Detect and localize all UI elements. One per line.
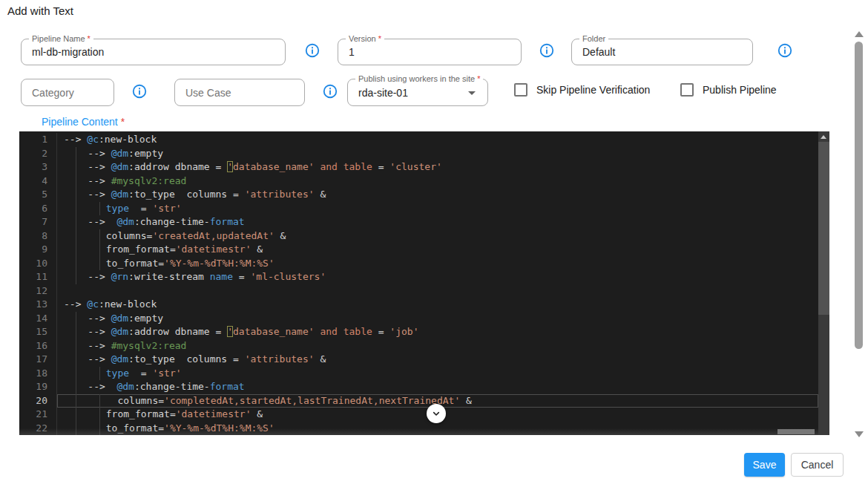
- editor-horizontal-scrollbar-thumb[interactable]: [777, 429, 815, 434]
- page-scroll-down-arrow-icon[interactable]: [855, 431, 864, 437]
- code-line[interactable]: 19 --> @dm:change-time-format: [19, 380, 818, 394]
- site-select-value[interactable]: rda-site-01: [358, 79, 480, 105]
- line-number: 22: [19, 422, 56, 436]
- line-number: 16: [19, 339, 56, 353]
- pipeline-content-label: Pipeline Content *: [42, 116, 125, 128]
- line-number: 8: [19, 229, 56, 244]
- line-number: 21: [19, 408, 56, 422]
- code-line[interactable]: 2 --> @dm:empty: [19, 147, 818, 161]
- code-line[interactable]: 15 --> @dm:addrow dbname = 'database_nam…: [19, 325, 818, 339]
- skip-verification-checkbox-row[interactable]: Skip Pipeline Verification: [514, 83, 650, 97]
- code-line[interactable]: 4 --> #mysqlv2:read: [19, 174, 818, 189]
- version-value[interactable]: 1: [349, 39, 513, 65]
- code-line[interactable]: 14 --> @dm:empty: [19, 312, 818, 326]
- publish-pipeline-checkbox-row[interactable]: Publish Pipeline: [680, 83, 777, 97]
- chevron-down-icon[interactable]: [468, 91, 476, 95]
- info-icon-version[interactable]: [539, 42, 555, 59]
- version-field[interactable]: Version * 1: [338, 39, 522, 65]
- code-line[interactable]: 10 to_format='%Y-%m-%dT%H:%M:%S': [19, 257, 818, 271]
- code-line[interactable]: 9 from_format='datetimestr' &: [19, 243, 818, 257]
- line-number: 1: [19, 133, 56, 147]
- page-title: Add with Text: [7, 4, 73, 17]
- required-asterisk: *: [121, 116, 125, 128]
- line-number: 11: [19, 270, 56, 284]
- code-line[interactable]: 11 --> @rn:write-stream name = 'ml-clust…: [19, 270, 818, 284]
- code-line[interactable]: 6 type = 'str': [19, 202, 818, 216]
- code-line[interactable]: 5 --> @dm:to_type columns = 'attributes'…: [19, 188, 818, 202]
- code-line[interactable]: 7 --> @dm:change-time-format: [19, 215, 818, 229]
- editor-scrollbar-thumb[interactable]: [818, 142, 829, 315]
- editor-vertical-scrollbar[interactable]: [818, 131, 829, 435]
- skip-verification-checkbox[interactable]: [514, 83, 527, 97]
- line-number: 19: [19, 380, 56, 394]
- folder-value[interactable]: Default: [582, 39, 745, 65]
- line-number: 15: [19, 325, 56, 339]
- line-number: 9: [19, 243, 56, 257]
- use-case-field[interactable]: Use Case: [174, 79, 305, 106]
- chevron-down-icon: [430, 408, 442, 419]
- line-number: 2: [19, 147, 56, 161]
- publish-pipeline-label: Publish Pipeline: [703, 84, 777, 96]
- use-case-placeholder[interactable]: Use Case: [185, 79, 297, 105]
- scroll-up-arrow-icon[interactable]: [821, 135, 826, 139]
- category-placeholder[interactable]: Category: [32, 79, 106, 105]
- line-number: 14: [19, 312, 56, 326]
- folder-field[interactable]: Folder Default: [571, 39, 753, 65]
- scroll-down-button[interactable]: [427, 404, 446, 423]
- info-icon-folder[interactable]: [777, 42, 793, 59]
- line-number: 17: [19, 353, 56, 367]
- category-field[interactable]: Category: [21, 79, 114, 106]
- code-lines[interactable]: 1--> @c:new-block2 --> @dm:empty3 --> @d…: [19, 133, 818, 435]
- code-line[interactable]: 3 --> @dm:addrow dbname = 'database_name…: [19, 160, 818, 174]
- skip-verification-label: Skip Pipeline Verification: [536, 84, 650, 96]
- code-line[interactable]: 13--> @c:new-block: [19, 298, 818, 312]
- code-line[interactable]: 21 from_format='datetimestr' &: [19, 408, 818, 422]
- info-icon-category[interactable]: [131, 83, 148, 99]
- site-select[interactable]: Publish using workers in the site * rda-…: [347, 79, 488, 106]
- line-number: 3: [19, 160, 56, 174]
- publish-pipeline-checkbox[interactable]: [680, 83, 694, 97]
- code-line[interactable]: 18 type = 'str': [19, 367, 818, 381]
- code-line[interactable]: 20 columns='completedAt,startedAt,lastTr…: [19, 394, 818, 408]
- page-scroll-up-arrow-icon[interactable]: [855, 31, 864, 37]
- code-line[interactable]: 17 --> @dm:to_type columns = 'attributes…: [19, 353, 818, 367]
- line-number: 5: [19, 188, 56, 202]
- line-number: 4: [19, 174, 56, 189]
- line-number: 12: [19, 284, 56, 298]
- line-number: 6: [19, 202, 56, 216]
- page-scrollbar-thumb[interactable]: [855, 42, 863, 349]
- line-number: 7: [19, 215, 56, 229]
- code-line[interactable]: 8 columns='createdAt,updatedAt' &: [19, 229, 818, 244]
- cancel-button[interactable]: Cancel: [791, 453, 844, 477]
- line-number: 18: [19, 367, 56, 381]
- line-number: 13: [19, 298, 56, 312]
- info-icon-use-case[interactable]: [322, 83, 338, 99]
- code-line[interactable]: 16 --> #mysqlv2:read: [19, 339, 818, 353]
- line-number: 20: [19, 394, 56, 408]
- info-icon-pipeline-name[interactable]: [304, 42, 320, 59]
- save-button[interactable]: Save: [744, 453, 785, 477]
- pipeline-name-field[interactable]: Pipeline Name * ml-db-migration: [21, 39, 286, 65]
- line-number: 10: [19, 257, 56, 271]
- code-line[interactable]: 12: [19, 284, 818, 298]
- code-line[interactable]: 22 to_format='%Y-%m-%dT%H:%M:%S': [19, 422, 818, 436]
- pipeline-content-editor[interactable]: 1--> @c:new-block2 --> @dm:empty3 --> @d…: [19, 131, 829, 435]
- pipeline-name-value[interactable]: ml-db-migration: [32, 39, 277, 65]
- code-line[interactable]: 1--> @c:new-block: [19, 133, 818, 147]
